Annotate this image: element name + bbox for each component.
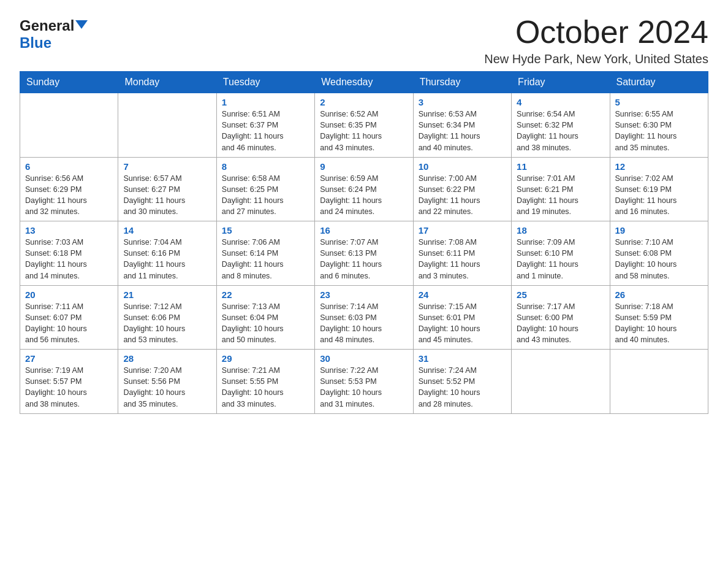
day-number: 28: [123, 353, 211, 364]
day-number: 19: [615, 225, 703, 236]
day-number: 9: [320, 161, 408, 172]
calendar-cell: 18Sunrise: 7:09 AMSunset: 6:10 PMDayligh…: [512, 221, 610, 286]
calendar-cell: 7Sunrise: 6:57 AMSunset: 6:27 PMDaylight…: [118, 157, 216, 221]
calendar-cell: 23Sunrise: 7:14 AMSunset: 6:03 PMDayligh…: [315, 285, 413, 350]
logo-triangle-icon: [75, 20, 88, 29]
day-info: Sunrise: 6:56 AMSunset: 6:29 PMDaylight:…: [25, 173, 113, 218]
day-info: Sunrise: 7:01 AMSunset: 6:21 PMDaylight:…: [517, 173, 604, 218]
calendar-cell: 25Sunrise: 7:17 AMSunset: 6:00 PMDayligh…: [512, 285, 610, 350]
day-info: Sunrise: 7:19 AMSunset: 5:57 PMDaylight:…: [25, 365, 113, 410]
day-number: 1: [222, 97, 309, 107]
day-number: 11: [517, 161, 604, 172]
day-number: 8: [222, 161, 309, 172]
day-number: 18: [517, 225, 604, 236]
day-number: 12: [615, 161, 703, 172]
calendar-cell: 11Sunrise: 7:01 AMSunset: 6:21 PMDayligh…: [512, 157, 610, 221]
weekday-header-thursday: Thursday: [413, 72, 511, 93]
logo-general-text: General: [20, 17, 74, 34]
calendar-cell: 29Sunrise: 7:21 AMSunset: 5:55 PMDayligh…: [216, 350, 314, 414]
calendar-cell: 4Sunrise: 6:54 AMSunset: 6:32 PMDaylight…: [512, 93, 610, 158]
month-title: October 2024: [484, 15, 708, 50]
day-info: Sunrise: 7:20 AMSunset: 5:56 PMDaylight:…: [123, 365, 211, 410]
day-info: Sunrise: 7:13 AMSunset: 6:04 PMDaylight:…: [222, 301, 309, 346]
calendar-cell: 12Sunrise: 7:02 AMSunset: 6:19 PMDayligh…: [610, 157, 708, 221]
day-info: Sunrise: 6:51 AMSunset: 6:37 PMDaylight:…: [222, 109, 309, 153]
day-number: 22: [222, 289, 309, 300]
weekday-header-row: SundayMondayTuesdayWednesdayThursdayFrid…: [20, 72, 708, 93]
day-number: 13: [25, 225, 113, 236]
day-info: Sunrise: 7:09 AMSunset: 6:10 PMDaylight:…: [517, 237, 604, 282]
day-info: Sunrise: 7:21 AMSunset: 5:55 PMDaylight:…: [222, 365, 309, 410]
day-info: Sunrise: 7:17 AMSunset: 6:00 PMDaylight:…: [517, 301, 604, 346]
day-number: 10: [419, 161, 506, 172]
day-number: 15: [222, 225, 309, 236]
calendar-cell: 13Sunrise: 7:03 AMSunset: 6:18 PMDayligh…: [20, 221, 118, 286]
calendar-cell: [118, 93, 216, 158]
day-info: Sunrise: 7:02 AMSunset: 6:19 PMDaylight:…: [615, 173, 703, 218]
calendar-cell: [610, 350, 708, 414]
calendar-cell: 10Sunrise: 7:00 AMSunset: 6:22 PMDayligh…: [413, 157, 511, 221]
logo: General Blue: [20, 17, 88, 52]
calendar-week-row: 6Sunrise: 6:56 AMSunset: 6:29 PMDaylight…: [20, 157, 708, 221]
title-area: October 2024 New Hyde Park, New York, Un…: [484, 15, 708, 66]
day-info: Sunrise: 7:03 AMSunset: 6:18 PMDaylight:…: [25, 237, 113, 282]
weekday-header-friday: Friday: [512, 72, 610, 93]
day-number: 20: [25, 289, 113, 300]
day-number: 5: [615, 97, 703, 107]
day-info: Sunrise: 7:22 AMSunset: 5:53 PMDaylight:…: [320, 365, 408, 410]
calendar-cell: [20, 93, 118, 158]
weekday-header-saturday: Saturday: [610, 72, 708, 93]
day-number: 25: [517, 289, 604, 300]
day-info: Sunrise: 6:54 AMSunset: 6:32 PMDaylight:…: [517, 109, 604, 153]
calendar-cell: 20Sunrise: 7:11 AMSunset: 6:07 PMDayligh…: [20, 285, 118, 350]
day-number: 6: [25, 161, 113, 172]
weekday-header-monday: Monday: [118, 72, 216, 93]
day-number: 7: [123, 161, 211, 172]
day-info: Sunrise: 7:18 AMSunset: 5:59 PMDaylight:…: [615, 301, 703, 346]
location-title: New Hyde Park, New York, United States: [484, 52, 708, 66]
day-number: 30: [320, 353, 408, 364]
day-number: 31: [419, 353, 506, 364]
calendar-cell: 26Sunrise: 7:18 AMSunset: 5:59 PMDayligh…: [610, 285, 708, 350]
calendar-cell: 8Sunrise: 6:58 AMSunset: 6:25 PMDaylight…: [216, 157, 314, 221]
calendar-body: 1Sunrise: 6:51 AMSunset: 6:37 PMDaylight…: [20, 93, 708, 414]
weekday-header-sunday: Sunday: [20, 72, 118, 93]
calendar-cell: [512, 350, 610, 414]
calendar-cell: 9Sunrise: 6:59 AMSunset: 6:24 PMDaylight…: [315, 157, 413, 221]
day-info: Sunrise: 7:04 AMSunset: 6:16 PMDaylight:…: [123, 237, 211, 282]
day-number: 23: [320, 289, 408, 300]
day-number: 27: [25, 353, 113, 364]
day-number: 4: [517, 97, 604, 107]
day-info: Sunrise: 6:59 AMSunset: 6:24 PMDaylight:…: [320, 173, 408, 218]
day-info: Sunrise: 7:07 AMSunset: 6:13 PMDaylight:…: [320, 237, 408, 282]
calendar-cell: 31Sunrise: 7:24 AMSunset: 5:52 PMDayligh…: [413, 350, 511, 414]
calendar-cell: 19Sunrise: 7:10 AMSunset: 6:08 PMDayligh…: [610, 221, 708, 286]
calendar-week-row: 20Sunrise: 7:11 AMSunset: 6:07 PMDayligh…: [20, 285, 708, 350]
day-info: Sunrise: 7:15 AMSunset: 6:01 PMDaylight:…: [419, 301, 506, 346]
weekday-header-tuesday: Tuesday: [216, 72, 314, 93]
day-info: Sunrise: 6:57 AMSunset: 6:27 PMDaylight:…: [123, 173, 211, 218]
calendar-cell: 2Sunrise: 6:52 AMSunset: 6:35 PMDaylight…: [315, 93, 413, 158]
day-info: Sunrise: 6:52 AMSunset: 6:35 PMDaylight:…: [320, 109, 408, 153]
calendar-cell: 17Sunrise: 7:08 AMSunset: 6:11 PMDayligh…: [413, 221, 511, 286]
calendar-cell: 14Sunrise: 7:04 AMSunset: 6:16 PMDayligh…: [118, 221, 216, 286]
calendar-cell: 22Sunrise: 7:13 AMSunset: 6:04 PMDayligh…: [216, 285, 314, 350]
calendar-cell: 6Sunrise: 6:56 AMSunset: 6:29 PMDaylight…: [20, 157, 118, 221]
day-info: Sunrise: 7:14 AMSunset: 6:03 PMDaylight:…: [320, 301, 408, 346]
calendar-cell: 28Sunrise: 7:20 AMSunset: 5:56 PMDayligh…: [118, 350, 216, 414]
calendar-week-row: 27Sunrise: 7:19 AMSunset: 5:57 PMDayligh…: [20, 350, 708, 414]
calendar-cell: 16Sunrise: 7:07 AMSunset: 6:13 PMDayligh…: [315, 221, 413, 286]
day-info: Sunrise: 6:55 AMSunset: 6:30 PMDaylight:…: [615, 109, 703, 153]
day-info: Sunrise: 7:00 AMSunset: 6:22 PMDaylight:…: [419, 173, 506, 218]
day-number: 17: [419, 225, 506, 236]
day-number: 16: [320, 225, 408, 236]
calendar-header: SundayMondayTuesdayWednesdayThursdayFrid…: [20, 72, 708, 93]
day-number: 29: [222, 353, 309, 364]
day-info: Sunrise: 6:53 AMSunset: 6:34 PMDaylight:…: [419, 109, 506, 153]
day-number: 21: [123, 289, 211, 300]
day-info: Sunrise: 7:11 AMSunset: 6:07 PMDaylight:…: [25, 301, 113, 346]
page-header: General Blue October 2024 New Hyde Park,…: [20, 15, 708, 66]
day-info: Sunrise: 7:24 AMSunset: 5:52 PMDaylight:…: [419, 365, 506, 410]
day-number: 26: [615, 289, 703, 300]
day-info: Sunrise: 7:06 AMSunset: 6:14 PMDaylight:…: [222, 237, 309, 282]
